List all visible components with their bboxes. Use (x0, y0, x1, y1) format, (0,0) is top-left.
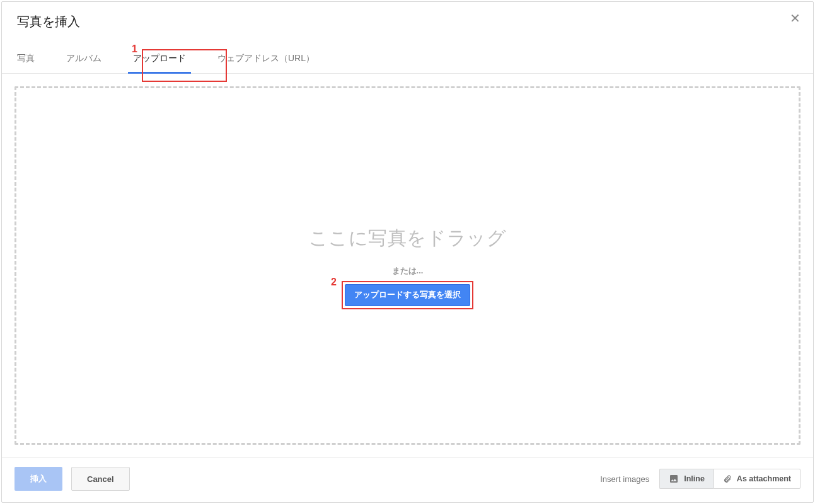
image-icon (669, 474, 679, 484)
footer-right: Insert images Inline As attachment (600, 469, 801, 489)
insert-mode-group: Inline As attachment (659, 469, 801, 489)
dialog-title: 写真を挿入 (17, 13, 798, 30)
annotation-marker-1: 1 (132, 43, 137, 55)
tab-upload[interactable]: アップロード (133, 47, 186, 73)
drag-hint-text: ここに写真をドラッグ (309, 226, 507, 251)
cancel-button[interactable]: Cancel (71, 467, 130, 491)
tab-web-url[interactable]: ウェブアドレス（URL） (217, 47, 315, 73)
close-icon[interactable]: ✕ (790, 12, 801, 25)
tab-bar: 写真 アルバム アップロード ウェブアドレス（URL） (2, 47, 813, 74)
tab-photos[interactable]: 写真 (17, 47, 35, 73)
attachment-mode-button[interactable]: As attachment (714, 469, 801, 489)
inline-mode-label: Inline (684, 474, 705, 483)
tab-albums[interactable]: アルバム (66, 47, 101, 73)
select-button-wrapper: アップロードする写真を選択 2 (345, 284, 470, 306)
dialog-content: ここに写真をドラッグ または... アップロードする写真を選択 2 (2, 74, 813, 457)
annotation-marker-2: 2 (331, 277, 337, 288)
or-text: または... (392, 265, 424, 277)
inline-mode-button[interactable]: Inline (659, 469, 714, 489)
dialog-header: 写真を挿入 ✕ (2, 2, 813, 30)
dialog-footer: 挿入 Cancel Insert images Inline As attach… (2, 457, 813, 502)
paperclip-icon (723, 474, 732, 484)
footer-left: 挿入 Cancel (14, 467, 130, 491)
insert-images-label: Insert images (600, 474, 649, 484)
insert-button[interactable]: 挿入 (14, 467, 62, 491)
upload-dropzone[interactable]: ここに写真をドラッグ または... アップロードする写真を選択 2 (14, 86, 801, 445)
select-photos-button[interactable]: アップロードする写真を選択 (345, 284, 470, 306)
attachment-mode-label: As attachment (737, 474, 791, 483)
insert-photo-dialog: 写真を挿入 ✕ 写真 アルバム アップロード ウェブアドレス（URL） 1 ここ… (1, 1, 814, 503)
